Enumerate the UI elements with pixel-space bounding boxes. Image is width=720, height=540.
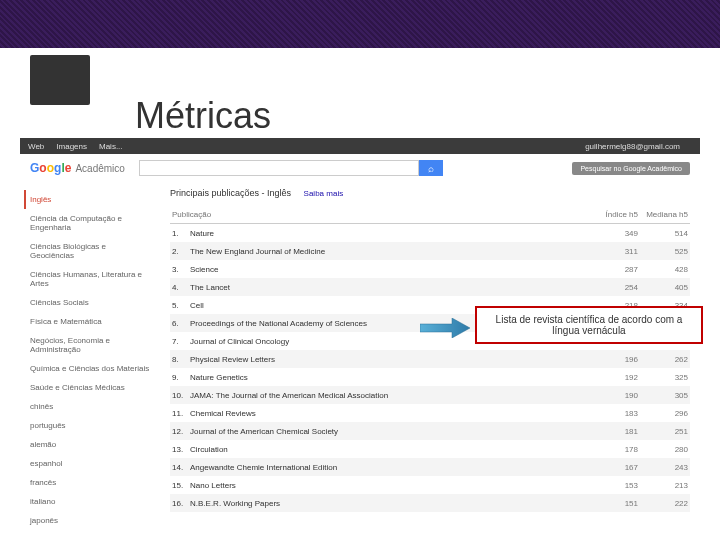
nav-link-web[interactable]: Web: [28, 142, 44, 151]
sidebar: Inglês Ciência da Computação e Engenhari…: [20, 182, 160, 538]
table-row[interactable]: 14.Angewandte Chemie International Editi…: [170, 458, 690, 476]
saiba-mais-link[interactable]: Saiba mais: [304, 189, 344, 198]
sidebar-cat[interactable]: Ciências Biológicas e Geociências: [30, 237, 150, 265]
search-input[interactable]: [139, 160, 419, 176]
table-row[interactable]: 13.Circulation178280: [170, 440, 690, 458]
table-row[interactable]: 1.Nature349514: [170, 224, 690, 243]
google-top-nav: Web Imagens Mais... guilhermelg88@gmail.…: [20, 138, 700, 154]
table-row[interactable]: 10.JAMA: The Journal of the American Med…: [170, 386, 690, 404]
sidebar-lang[interactable]: italiano: [30, 492, 150, 511]
nav-link-imagens[interactable]: Imagens: [56, 142, 87, 151]
sidebar-cat[interactable]: Negócios, Economia e Administração: [30, 331, 150, 359]
scholar-content: Inglês Ciência da Computação e Engenhari…: [20, 182, 700, 538]
scholar-header: Google Acadêmico ⌕ Pesquisar no Google A…: [20, 154, 700, 182]
user-email[interactable]: guilhermelg88@gmail.com: [585, 142, 680, 151]
callout-box: Lista de revista científica de acordo co…: [475, 306, 703, 344]
search-scholar-button[interactable]: Pesquisar no Google Acadêmico: [572, 162, 690, 175]
slide-title: Métricas: [135, 95, 271, 137]
sidebar-lang[interactable]: francês: [30, 473, 150, 492]
table-row[interactable]: 2.The New England Journal of Medicine311…: [170, 242, 690, 260]
sidebar-active-lang[interactable]: Inglês: [24, 190, 150, 209]
table-row[interactable]: 4.The Lancet254405: [170, 278, 690, 296]
col-h5: Índice h5: [590, 206, 640, 224]
svg-marker-0: [420, 318, 470, 338]
col-pub: Publicação: [170, 206, 590, 224]
sidebar-lang[interactable]: chinês: [30, 397, 150, 416]
nav-link-mais[interactable]: Mais...: [99, 142, 123, 151]
sidebar-lang[interactable]: português: [30, 416, 150, 435]
google-logo: Google: [30, 161, 71, 175]
table-row[interactable]: 15.Nano Letters153213: [170, 476, 690, 494]
slide-header-bar: [0, 0, 720, 48]
callout-arrow-icon: [420, 318, 470, 342]
search-icon: ⌕: [428, 163, 434, 174]
product-name: Acadêmico: [75, 163, 124, 174]
main-title: Principais publicações - Inglês Saiba ma…: [170, 188, 690, 198]
sidebar-cat[interactable]: Ciências Humanas, Literatura e Artes: [30, 265, 150, 293]
sidebar-lang[interactable]: alemão: [30, 435, 150, 454]
table-row[interactable]: 11.Chemical Reviews183296: [170, 404, 690, 422]
sidebar-lang[interactable]: espanhol: [30, 454, 150, 473]
table-row[interactable]: 8.Physical Review Letters196262: [170, 350, 690, 368]
callout-text: Lista de revista científica de acordo co…: [496, 314, 683, 336]
search-button[interactable]: ⌕: [419, 160, 443, 176]
table-row[interactable]: 16.N.B.E.R. Working Papers151222: [170, 494, 690, 512]
publications-table: Publicação Índice h5 Mediana h5 1.Nature…: [170, 206, 690, 512]
sidebar-cat[interactable]: Química e Ciências dos Materiais: [30, 359, 150, 378]
main-heading: Principais publicações - Inglês: [170, 188, 291, 198]
col-med: Mediana h5: [640, 206, 690, 224]
main-panel: Principais publicações - Inglês Saiba ma…: [160, 182, 700, 538]
sidebar-cat[interactable]: Ciências Sociais: [30, 293, 150, 312]
sidebar-cat[interactable]: Ciência da Computação e Engenharia: [30, 209, 150, 237]
sidebar-lang[interactable]: japonês: [30, 511, 150, 530]
table-row[interactable]: 9.Nature Genetics192325: [170, 368, 690, 386]
sidebar-cat[interactable]: Saúde e Ciências Médicas: [30, 378, 150, 397]
presentation-logo: [30, 55, 90, 105]
sidebar-cat[interactable]: Física e Matemática: [30, 312, 150, 331]
table-row[interactable]: 12.Journal of the American Chemical Soci…: [170, 422, 690, 440]
table-row[interactable]: 3.Science287428: [170, 260, 690, 278]
